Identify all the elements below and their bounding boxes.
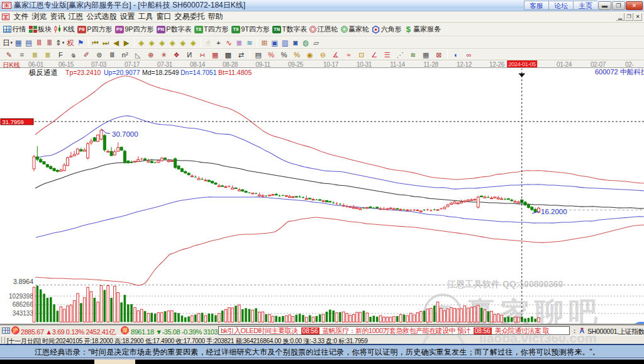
menu-item-7[interactable]: 窗口 bbox=[155, 11, 173, 22]
target-circle-icon[interactable]: ⊕ bbox=[145, 50, 158, 59]
protractor-icon[interactable]: ◺ bbox=[131, 50, 145, 59]
prev-screen-icon[interactable]: ◀ bbox=[111, 38, 122, 48]
menu-item-8[interactable]: 交易委托 bbox=[173, 11, 206, 22]
news-ticker[interactable]: bk引入OLED时间主要取决08:56蓝帆医疗：新的1000万套急救包产能在建设… bbox=[218, 326, 570, 335]
taiji-icon[interactable]: ◐ bbox=[450, 50, 463, 59]
quote-grid-icon[interactable] bbox=[2, 327, 10, 334]
gann-cycle-tool-icon[interactable]: ◈ bbox=[178, 38, 189, 48]
box-x-icon[interactable]: ⊠ bbox=[433, 50, 446, 59]
first-screen-icon[interactable]: ⏮ bbox=[91, 38, 101, 48]
time-ruler-icon[interactable]: Ⅲ bbox=[106, 50, 119, 59]
stats-table-icon[interactable]: ▤ bbox=[252, 50, 265, 59]
network-icon[interactable]: ◍ bbox=[301, 38, 311, 48]
hash-grid-icon[interactable]: ⌗ bbox=[16, 50, 29, 59]
spiral-icon[interactable]: ҩ bbox=[67, 50, 80, 59]
homepage-button[interactable]: 主页 bbox=[573, 1, 597, 10]
angle-line-icon[interactable]: ∠ bbox=[368, 50, 381, 59]
gann-square-tool-icon[interactable]: ◈ bbox=[136, 38, 147, 48]
percent-line-icon[interactable]: % bbox=[291, 50, 304, 59]
toolbar-button-t-square[interactable]: T8T四方形 bbox=[193, 23, 230, 36]
fibonacci-icon[interactable]: F bbox=[54, 50, 67, 59]
percent-zone-icon[interactable]: % bbox=[265, 50, 278, 59]
volume-bars-1-icon[interactable]: Ⅲ bbox=[34, 38, 45, 48]
save-layout-icon[interactable]: ▥ bbox=[280, 38, 291, 48]
toolbar-button-9t-square[interactable]: T99T四方形 bbox=[230, 23, 271, 36]
menu-item-2[interactable]: 资讯 bbox=[48, 11, 67, 22]
crosshair-icon[interactable]: + bbox=[213, 38, 224, 48]
golden-circle-icon[interactable]: ◉ bbox=[304, 50, 317, 59]
customer-service-button[interactable]: 客服 bbox=[524, 1, 548, 10]
save-disk-icon[interactable]: ◙ bbox=[291, 38, 301, 48]
minimize-button[interactable]: ▬ bbox=[598, 1, 611, 10]
angle-pen-icon[interactable]: ∡ bbox=[330, 50, 343, 59]
toolbar-button-p-square[interactable]: P8P四方形 bbox=[76, 23, 114, 36]
golden-section-icon[interactable]: ⊖ bbox=[316, 50, 330, 59]
toolbar-button-t-number-table[interactable]: TNT数字表 bbox=[271, 23, 308, 36]
multi-wave-icon[interactable]: ≋ bbox=[407, 50, 420, 59]
toolbar-button-winner-service[interactable]: $赢家服务 bbox=[403, 23, 443, 36]
quote-panel-icon[interactable]: ▤ bbox=[24, 38, 35, 48]
menu-item-4[interactable]: 公式选股 bbox=[85, 11, 118, 22]
close-button[interactable]: ✕ bbox=[626, 1, 643, 10]
toolbar-button-hexagon[interactable]: 六角形 bbox=[370, 23, 403, 36]
menu-item-0[interactable]: 文件 bbox=[12, 11, 30, 22]
gann-fan-tool-icon[interactable]: ◈ bbox=[188, 38, 199, 48]
restore-button[interactable]: ❐ bbox=[612, 1, 625, 10]
toolbar-button-9p-square[interactable]: P99P四方形 bbox=[114, 23, 155, 36]
pen-tool-icon[interactable]: ✎ bbox=[3, 50, 16, 59]
calendar-icon[interactable]: ⊞ bbox=[259, 38, 270, 48]
percent-icon[interactable]: % bbox=[278, 50, 291, 59]
dense-grid-icon[interactable]: ▩ bbox=[222, 50, 235, 59]
toolbar-button-sectors[interactable]: 板块 bbox=[28, 23, 53, 36]
menu-item-1[interactable]: 浏览 bbox=[30, 11, 48, 22]
menu-item-5[interactable]: 设置 bbox=[118, 11, 136, 22]
cycle-ring-icon[interactable]: ⊜ bbox=[93, 50, 106, 59]
toolbar-button-market-quotes[interactable]: 行情 bbox=[2, 23, 28, 36]
trend-lines-icon[interactable]: ⋰ bbox=[394, 50, 407, 59]
boxed-star-icon[interactable]: ❖ bbox=[170, 50, 184, 59]
menu-item-3[interactable]: 江恩 bbox=[67, 11, 85, 22]
n-square-icon[interactable]: n² bbox=[119, 50, 132, 59]
infinity-icon[interactable]: ∞ bbox=[463, 50, 476, 59]
starburst-icon[interactable]: ✳ bbox=[157, 50, 170, 59]
gann-angle-tool-icon[interactable]: ◈ bbox=[167, 38, 178, 48]
expand-bars-icon[interactable]: ⇄ bbox=[235, 50, 248, 59]
mdi-minimize-button[interactable]: ▁ bbox=[616, 13, 625, 21]
chart-layout-icon[interactable]: ▦ bbox=[13, 38, 24, 48]
period-selector-icon[interactable]: 日▾ bbox=[2, 38, 13, 48]
chart-pane[interactable]: 江恩工具软件 QQ:100800360赢赢家聊吧1029398686266343… bbox=[0, 69, 644, 324]
last-screen-icon[interactable]: ⏭ bbox=[101, 38, 111, 48]
print-icon[interactable]: ▱ bbox=[311, 38, 322, 48]
red-grid-icon[interactable]: ▦ bbox=[209, 50, 222, 59]
menu-item-6[interactable]: 工具 bbox=[136, 11, 155, 22]
gann-price-tool-icon[interactable]: ◈ bbox=[147, 38, 157, 48]
gann-grid-1-icon[interactable]: ≣ bbox=[28, 50, 42, 59]
toolbar-button-p-number-table[interactable]: PNP数字表 bbox=[155, 23, 193, 36]
mdi-restore-button[interactable]: ❐ bbox=[625, 13, 633, 21]
pan-hand-icon[interactable]: ☝ bbox=[203, 38, 214, 48]
price-ladder-icon[interactable]: ∺ bbox=[196, 50, 209, 59]
forum-button[interactable]: 论坛 bbox=[548, 1, 573, 10]
avg-channel-icon[interactable]: ≈ bbox=[342, 50, 355, 59]
menu-item-9[interactable]: 帮助 bbox=[206, 11, 225, 22]
chip-distribution-icon[interactable]: ≣ bbox=[234, 38, 245, 48]
zoom-tool-icon[interactable]: ∿ bbox=[224, 38, 235, 48]
toolbar-button-kline[interactable]: K线 bbox=[53, 23, 76, 36]
restore-rights-icon[interactable]: 权 bbox=[65, 38, 76, 48]
flag-marker-icon[interactable]: ⚑ bbox=[75, 38, 86, 48]
mdi-close-button[interactable]: ✕ bbox=[634, 13, 642, 21]
volume-bars-2-icon[interactable]: Ⅲ bbox=[45, 38, 55, 48]
golden-box-icon[interactable]: ⊡ bbox=[355, 50, 369, 59]
gann-grid-2-icon[interactable]: ≣ bbox=[42, 50, 55, 59]
gann-time-tool-icon[interactable]: ◈ bbox=[157, 38, 168, 48]
toolbar-button-winner-wheel[interactable]: 赢家轮 bbox=[340, 23, 371, 36]
multi-stock-icon[interactable]: ≋ bbox=[245, 38, 255, 48]
fib-levels-icon[interactable]: ☰ bbox=[381, 50, 394, 59]
next-screen-icon[interactable]: ▶ bbox=[121, 38, 132, 48]
wave-mark-icon[interactable]: И bbox=[183, 50, 196, 59]
monitor-icon[interactable]: ▣ bbox=[270, 38, 280, 48]
toolbar-button-gann-wheel[interactable]: 江恩轮 bbox=[308, 23, 340, 36]
noise-grid-icon[interactable]: ▦ bbox=[419, 50, 433, 59]
measure-pen-icon[interactable]: ✐ bbox=[80, 50, 93, 59]
style-selector-icon[interactable]: ⇕▾ bbox=[55, 38, 65, 48]
